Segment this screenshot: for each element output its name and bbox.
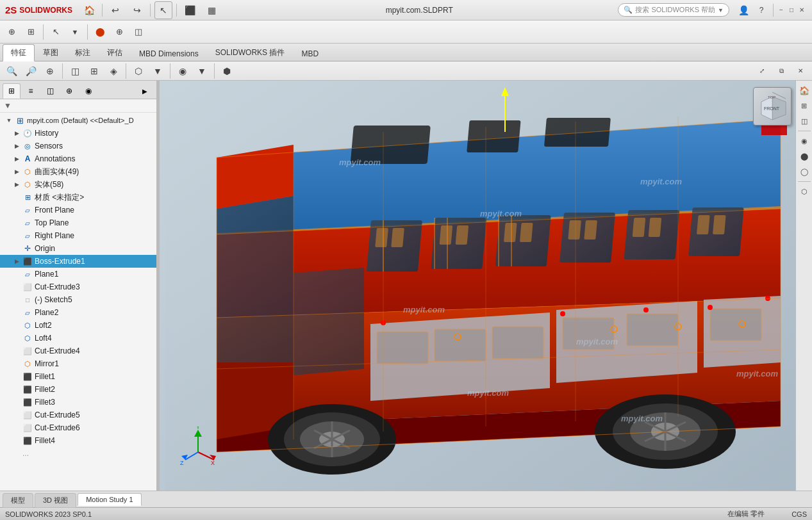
home-button[interactable]: 🏠	[80, 1, 98, 19]
tree-top-plane[interactable]: ▱ Top Plane	[0, 216, 156, 229]
annotations-arrow[interactable]: ▶	[13, 155, 21, 163]
view-btn-7[interactable]: ▼	[193, 62, 211, 80]
title-bar: 2S SOLIDWORKS 🏠 ↩ ↪ ↖ ⬛ ▦ mpyit.com.SLDP…	[0, 0, 812, 20]
file-name: mpyit.com.SLDPRT	[220, 6, 618, 15]
tree-cut-extrude5[interactable]: ⬜ Cut-Extrude5	[0, 409, 156, 421]
minimize-button[interactable]: −	[776, 5, 786, 15]
rp-btn-5[interactable]: ⬤	[797, 149, 811, 163]
units-display: CGS	[791, 510, 807, 518]
tree-surface-bodies[interactable]: ▶ ⬡ 曲面实体(49)	[0, 165, 156, 178]
view-btn-5[interactable]: ▼	[149, 62, 167, 80]
back-button[interactable]: ↩	[106, 1, 124, 19]
tree-sensors[interactable]: ▶ ◎ Sensors	[0, 140, 156, 152]
history-arrow[interactable]: ▶	[13, 129, 21, 137]
rp-btn-1[interactable]: 🏠	[797, 83, 811, 97]
tree-mirror1[interactable]: ⬡ Mirror1	[0, 357, 156, 370]
display-manager-tab[interactable]: ◉	[79, 83, 97, 99]
boss-extrude1-arrow[interactable]: ▶	[13, 257, 21, 265]
account-button[interactable]: 👤	[734, 1, 752, 19]
status-bar: SOLIDWORKS 2023 SP0.1 在编辑 零件 CGS	[0, 507, 812, 520]
surface-bodies-arrow[interactable]: ▶	[13, 168, 21, 175]
view-btn-8[interactable]: ⬢	[218, 62, 236, 80]
rp-btn-7[interactable]: ⬡	[797, 184, 811, 199]
dim-expert-tab[interactable]: ⊕	[60, 83, 78, 99]
secondary-toolbar: 🔍 🔎 ⊕ ◫ ⊞ ◈ ⬡ ▼ ◉ ▼ ⬢ ⤢ ⧉ ✕	[0, 61, 812, 81]
panel-expand-btn[interactable]: ▶	[136, 83, 154, 99]
tree-boss-extrude1[interactable]: ▶ ⬛ Boss-Extrude1	[0, 255, 156, 268]
tool-btn-5[interactable]: ⬤	[91, 23, 109, 41]
tool-btn-3[interactable]: ↖	[47, 23, 65, 41]
mirror1-icon: ⬡	[22, 359, 33, 369]
rebuild-button[interactable]: ⬛	[181, 1, 199, 19]
view-btn-2[interactable]: ⊞	[85, 62, 103, 80]
tab-mbd[interactable]: MBD	[293, 46, 327, 61]
select-button[interactable]: ↖	[154, 1, 172, 19]
tab-sw-plugins[interactable]: SOLIDWORKS 插件	[207, 44, 294, 61]
rp-btn-3[interactable]: ◫	[797, 114, 811, 128]
tree-origin[interactable]: ✛ Origin	[0, 242, 156, 255]
tool-btn-2[interactable]: ⊞	[22, 23, 40, 41]
view-cube[interactable]: FRONT TOP	[753, 87, 791, 126]
svg-point-40	[708, 305, 713, 310]
tree-sketch5[interactable]: □ (-) Sketch5	[0, 293, 156, 306]
tree-loft4[interactable]: ⬡ Loft4	[0, 332, 156, 345]
tree-plane1[interactable]: ▱ Plane1	[0, 268, 156, 280]
tab-mbd-dimensions[interactable]: MBD Dimensions	[131, 46, 207, 61]
restore-button[interactable]: □	[786, 5, 797, 15]
config-manager-tab[interactable]: ◫	[41, 83, 59, 99]
rp-btn-6[interactable]: ◯	[797, 165, 811, 179]
rp-btn-2[interactable]: ⊞	[797, 99, 811, 113]
close-button[interactable]: ✕	[797, 5, 807, 15]
tool-btn-1[interactable]: ⊕	[3, 23, 21, 41]
search-dropdown-icon[interactable]: ▼	[718, 7, 724, 13]
tab-evaluate[interactable]: 评估	[99, 44, 131, 61]
tree-material[interactable]: ⊞ 材质 <未指定>	[0, 191, 156, 204]
tool-btn-7[interactable]: ◫	[129, 23, 147, 41]
view-btn-3[interactable]: ◈	[104, 62, 122, 80]
search-bar[interactable]: 🔍 搜索 SOLIDWORKS 帮助 ▼	[618, 3, 729, 17]
feature-tree[interactable]: ▼ ⊞ mpyit.com (Default) <<Default>_D ▶ 🕐…	[0, 113, 156, 491]
help-button[interactable]: ?	[752, 1, 770, 19]
root-expand-arrow[interactable]: ▼	[5, 117, 13, 124]
tree-cut-extrude4[interactable]: ⬜ Cut-Extrude4	[0, 345, 156, 357]
property-manager-tab[interactable]: ≡	[22, 83, 40, 99]
sensors-arrow[interactable]: ▶	[13, 142, 21, 150]
view-btn-4[interactable]: ⬡	[129, 62, 147, 80]
feature-manager-tab[interactable]: ⊞	[3, 83, 21, 99]
options-button[interactable]: ▦	[203, 1, 220, 19]
tab-annotation[interactable]: 标注	[67, 44, 99, 61]
tab-features[interactable]: 特征	[3, 44, 35, 61]
view-close-btn[interactable]: ✕	[791, 62, 809, 80]
forward-button[interactable]: ↪	[128, 1, 146, 19]
tree-fillet2[interactable]: ⬛ Fillet2	[0, 383, 156, 396]
tree-right-plane[interactable]: ▱ Right Plane	[0, 229, 156, 242]
view-btn-1[interactable]: ◫	[66, 62, 84, 80]
view-tile-btn[interactable]: ⧉	[772, 62, 790, 80]
tree-solid-bodies[interactable]: ▶ ⬡ 实体(58)	[0, 178, 156, 191]
tree-front-plane[interactable]: ▱ Front Plane	[0, 204, 156, 216]
tree-fillet4[interactable]: ⬛ Fillet4	[0, 434, 156, 447]
tool-btn-4[interactable]: ▼	[66, 23, 84, 41]
tree-root-item[interactable]: ▼ ⊞ mpyit.com (Default) <<Default>_D	[0, 114, 156, 127]
tab-sketch[interactable]: 草图	[35, 44, 67, 61]
rp-btn-4[interactable]: ◉	[797, 134, 811, 148]
tree-plane2[interactable]: ▱ Plane2	[0, 306, 156, 319]
tab-3d-view[interactable]: 3D 视图	[35, 493, 76, 508]
view-expand-btn[interactable]: ⤢	[753, 62, 771, 80]
tree-cut-extrude6[interactable]: ⬜ Cut-Extrude6	[0, 421, 156, 434]
tree-fillet1[interactable]: ⬛ Fillet1	[0, 370, 156, 383]
tool-btn-6[interactable]: ⊕	[110, 23, 128, 41]
tree-cut-extrude3[interactable]: ⬜ Cut-Extrude3	[0, 280, 156, 293]
tree-fillet3[interactable]: ⬛ Fillet3	[0, 396, 156, 409]
tree-loft2[interactable]: ⬡ Loft2	[0, 319, 156, 332]
3d-viewport[interactable]: mpyit.com mpyit.com mpyit.com mpyit.com …	[160, 81, 812, 491]
tree-annotations[interactable]: ▶ A Annotations	[0, 152, 156, 165]
tab-model[interactable]: 模型	[3, 493, 33, 508]
view-btn-6[interactable]: ◉	[174, 62, 192, 80]
tree-history[interactable]: ▶ 🕐 History	[0, 127, 156, 140]
view-filter-btn[interactable]: ⊕	[41, 62, 59, 80]
solid-bodies-arrow[interactable]: ▶	[13, 181, 21, 188]
tab-motion-study[interactable]: Motion Study 1	[78, 493, 141, 506]
view-search2-btn[interactable]: 🔎	[22, 62, 40, 80]
view-search-btn[interactable]: 🔍	[3, 62, 21, 80]
